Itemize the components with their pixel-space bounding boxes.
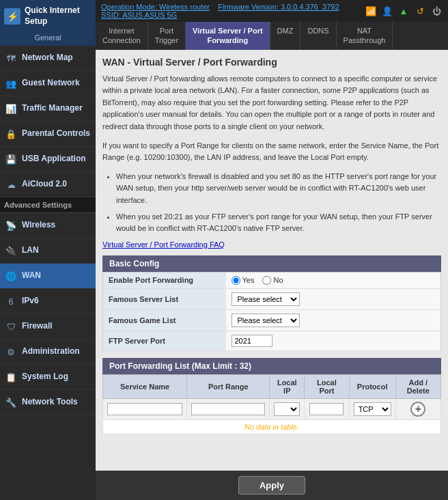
famous-game-select[interactable]: Please select	[232, 314, 300, 327]
parental-controls-icon: 🔒	[4, 127, 18, 141]
apply-bar: Apply	[96, 471, 448, 500]
tab-port-trigger[interactable]: PortTrigger	[148, 22, 186, 50]
sidebar-item-lan[interactable]: 🔌 LAN	[0, 238, 96, 264]
pfl-col-port-range: Port Range	[187, 374, 270, 398]
content-area: WAN - Virtual Server / Port Forwarding V…	[96, 50, 448, 471]
radio-no[interactable]	[262, 276, 271, 285]
traffic-manager-icon: 📊	[4, 102, 18, 115]
pfl-col-local-port: Local Port	[305, 374, 350, 398]
sidebar-item-traffic-manager[interactable]: 📊 Traffic Manager	[0, 96, 96, 122]
basic-config-header: Basic Config	[102, 255, 441, 272]
pfl-service-name-input[interactable]	[107, 403, 182, 415]
sidebar-item-system-log[interactable]: 📋 System Log	[0, 365, 96, 390]
faq-link[interactable]: Virtual Server / Port Forwarding FAQ	[102, 240, 441, 249]
pfl-table: Service Name Port Range Local IP Local P…	[102, 374, 441, 434]
pfl-local-ip-cell	[270, 398, 305, 419]
quick-setup-icon: ⚡	[4, 8, 20, 25]
sidebar-item-wireless[interactable]: 📡 Wireless	[0, 213, 96, 238]
tab-dmz[interactable]: DMZ	[270, 22, 301, 50]
pfl-col-protocol: Protocol	[349, 374, 395, 398]
yes-label-text: Yes	[242, 276, 255, 284]
pfl-no-data: No data in table.	[103, 419, 441, 434]
sidebar-item-wan[interactable]: 🌐 WAN	[0, 264, 96, 289]
sidebar-label-lan: LAN	[22, 245, 39, 256]
pfl-header-row: Service Name Port Range Local IP Local P…	[103, 374, 441, 398]
wireless-icon: 📡	[4, 219, 18, 232]
pfl-protocol-select[interactable]: TCP UDP BOTH	[354, 402, 391, 416]
sidebar-label-wan: WAN	[22, 270, 41, 281]
firewall-icon: 🛡	[4, 320, 18, 333]
wan-icon: 🌐	[4, 269, 18, 283]
enable-port-forwarding-row: Enable Port Forwarding Yes No	[103, 272, 441, 288]
sidebar-item-administration[interactable]: ⚙ Administration	[0, 339, 96, 365]
network-tools-icon: 🔧	[4, 395, 18, 409]
sidebar-item-network-tools[interactable]: 🔧 Network Tools	[0, 390, 96, 415]
pfl-input-row: TCP UDP BOTH +	[103, 398, 441, 419]
general-link[interactable]: General	[0, 32, 96, 46]
wifi-icon[interactable]: 📶	[365, 5, 377, 17]
pfl-add-button[interactable]: +	[410, 402, 425, 417]
famous-server-select[interactable]: Please select	[232, 292, 300, 306]
sidebar: ⚡ Quick Internet Setup General 🗺 Network…	[0, 0, 96, 500]
pfl-port-range-input[interactable]	[191, 403, 265, 415]
operation-mode-value: Wireless router	[159, 3, 210, 11]
pfl-local-ip-select[interactable]	[274, 402, 300, 416]
pfl-local-port-input[interactable]	[309, 403, 344, 415]
pfl-header: Port Forwarding List (Max Limit : 32)	[102, 358, 441, 374]
enable-port-forwarding-controls: Yes No	[226, 272, 441, 288]
pfl-col-service-name: Service Name	[103, 374, 187, 398]
tab-internet-connection[interactable]: InternetConnection	[96, 22, 148, 50]
ssid-value: ASUS ASUS 5G	[122, 11, 177, 19]
enable-port-forwarding-label: Enable Port Forwarding	[103, 272, 226, 288]
sidebar-label-firewall: Firewall	[22, 321, 53, 332]
quick-setup-label: Quick Internet Setup	[25, 5, 92, 27]
sidebar-item-firewall[interactable]: 🛡 Firewall	[0, 314, 96, 339]
basic-config-table: Enable Port Forwarding Yes No	[102, 272, 441, 351]
ftp-server-port-row: FTP Server Port 2021	[103, 331, 441, 350]
advanced-settings-label: Advanced Settings	[0, 197, 96, 213]
signal-icon: ▲	[397, 5, 410, 17]
quick-internet-setup[interactable]: ⚡ Quick Internet Setup	[0, 0, 96, 32]
sidebar-item-parental-controls[interactable]: 🔒 Parental Controls	[0, 122, 96, 147]
port-forwarding-radio-group: Yes No	[232, 276, 436, 285]
sidebar-label-wireless: Wireless	[22, 220, 55, 231]
apply-button[interactable]: Apply	[238, 476, 305, 495]
guest-network-icon: 👥	[4, 77, 18, 90]
sidebar-label-parental-controls: Parental Controls	[22, 128, 90, 139]
bullets-list: When your network's firewall is disabled…	[116, 171, 441, 235]
tab-nat-passthrough[interactable]: NATPassthrough	[337, 22, 393, 50]
sidebar-item-ipv6[interactable]: 6 IPv6	[0, 289, 96, 314]
radio-yes-label[interactable]: Yes	[232, 276, 255, 285]
pfl-protocol-cell: TCP UDP BOTH	[349, 398, 395, 419]
sidebar-item-usb-application[interactable]: 💾 USB Application	[0, 147, 96, 172]
sidebar-label-network-tools: Network Tools	[22, 397, 78, 408]
firmware-label: Firmware Version:	[218, 3, 281, 11]
pfl-col-add-delete: Add / Delete	[395, 374, 440, 398]
pfl-port-range-cell	[187, 398, 270, 419]
refresh-icon[interactable]: ↺	[414, 5, 426, 17]
sidebar-item-network-map[interactable]: 🗺 Network Map	[0, 46, 96, 71]
tab-virtual-server[interactable]: Virtual Server / PortForwarding	[186, 22, 270, 50]
bullet-item-2: When you set 20:21 as your FTP server's …	[116, 211, 441, 235]
power-icon[interactable]: ⏻	[430, 5, 443, 17]
pfl-col-local-ip: Local IP	[270, 374, 305, 398]
ssid-label: SSID:	[101, 11, 122, 19]
sidebar-label-guest-network: Guest Network	[22, 78, 80, 89]
user-icon[interactable]: 👤	[381, 5, 393, 17]
usb-application-icon: 💾	[4, 152, 18, 166]
nav-tabs: InternetConnection PortTrigger Virtual S…	[96, 22, 448, 50]
sidebar-label-aicloud: AiCloud 2.0	[22, 179, 67, 190]
ftp-server-port-label: FTP Server Port	[103, 331, 226, 350]
radio-no-label[interactable]: No	[262, 276, 283, 285]
pfl-local-port-cell	[305, 398, 350, 419]
radio-yes[interactable]	[232, 276, 240, 285]
famous-game-row: Famous Game List Please select	[103, 309, 441, 331]
aicloud-icon: ☁	[4, 178, 18, 191]
sidebar-label-administration: Administration	[22, 346, 80, 357]
description-2: If you want to specify a Port Range for …	[102, 140, 441, 164]
sidebar-item-aicloud[interactable]: ☁ AiCloud 2.0	[0, 172, 96, 197]
ftp-port-input[interactable]: 2021	[232, 335, 272, 347]
page-title: WAN - Virtual Server / Port Forwarding	[102, 57, 441, 68]
sidebar-item-guest-network[interactable]: 👥 Guest Network	[0, 71, 96, 96]
tab-ddns[interactable]: DDNS	[300, 22, 336, 50]
